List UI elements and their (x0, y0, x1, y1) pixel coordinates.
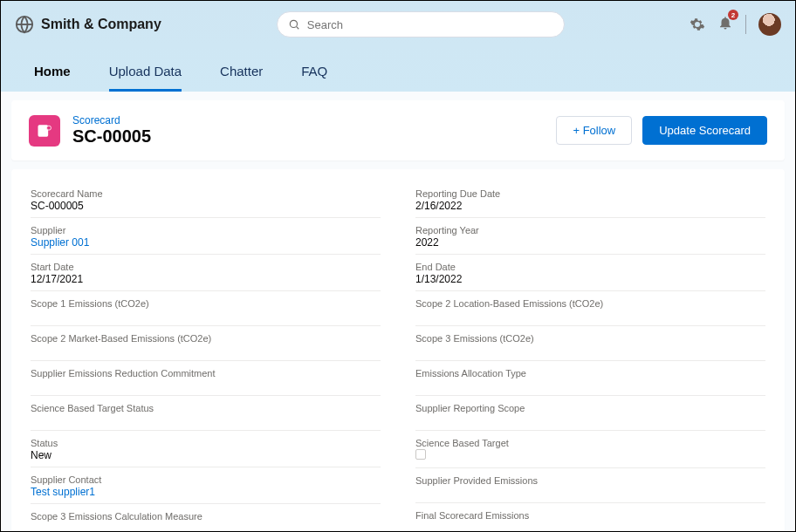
field-row[interactable]: End Date1/13/2022 (415, 258, 765, 291)
svg-point-5 (47, 126, 51, 130)
field-label: Science Based Target (415, 438, 765, 448)
field-label: Scope 2 Market-Based Emissions (tCO2e) (31, 333, 381, 344)
field-label: Status (31, 438, 381, 448)
nav-faq[interactable]: FAQ (301, 64, 327, 92)
nav-upload-data[interactable]: Upload Data (109, 64, 182, 92)
field-row[interactable]: Scorecard NameSC-000005 (31, 185, 381, 218)
search-wrap (277, 11, 565, 38)
field-label: Start Date (31, 262, 381, 272)
field-value: SC-000005 (31, 200, 381, 212)
record-actions: + Follow Update Scorecard (556, 116, 767, 145)
field-row[interactable]: Start Date12/17/2021 (31, 258, 381, 291)
follow-button[interactable]: + Follow (556, 116, 632, 145)
field-row[interactable]: Reporting Due Date2/16/2022 (415, 185, 765, 218)
page-content: Scorecard SC-00005 + Follow Update Score… (1, 92, 795, 532)
field-label: Reporting Year (415, 225, 765, 235)
field-value: 1/13/2022 (415, 273, 765, 285)
topbar: Smith & Company 2 (1, 1, 795, 38)
field-row[interactable]: StatusNew (31, 434, 381, 467)
field-label: Science Based Target Status (31, 403, 381, 413)
field-value (415, 414, 765, 425)
primary-nav: Home Upload Data Chatter FAQ (1, 38, 795, 92)
user-avatar[interactable] (758, 13, 781, 36)
field-label: Supplier (31, 225, 381, 235)
field-value (31, 522, 381, 532)
field-row[interactable]: Scope 2 Market-Based Emissions (tCO2e) (31, 330, 381, 361)
header-utilities: 2 (690, 13, 781, 36)
field-row[interactable]: Supplier Reporting Scope (415, 399, 765, 431)
record-header: Scorecard SC-00005 + Follow Update Score… (11, 100, 785, 160)
field-label: Scope 1 Emissions (tCO2e) (31, 298, 381, 309)
field-label: Reporting Due Date (415, 188, 765, 199)
field-row[interactable]: Scope 3 Emissions Calculation Measure (31, 508, 381, 532)
field-row[interactable]: Scope 2 Location-Based Emissions (tCO2e) (415, 295, 765, 326)
field-row[interactable]: Supplier Provided Emissions (415, 472, 765, 503)
notification-badge: 2 (728, 10, 738, 20)
field-value (415, 449, 765, 462)
field-label: Supplier Reporting Scope (415, 403, 765, 413)
field-value (415, 487, 765, 497)
field-label: Scope 3 Emissions (tCO2e) (415, 333, 765, 344)
field-value (415, 310, 765, 320)
field-value: 12/17/2021 (31, 273, 381, 285)
record-name: SC-00005 (72, 126, 151, 147)
field-row[interactable]: Emissions Allocation Type (415, 365, 765, 396)
field-value: 2022 (415, 236, 765, 249)
field-label: End Date (415, 262, 765, 272)
global-header: Smith & Company 2 (1, 1, 795, 92)
search-input[interactable] (307, 18, 553, 31)
field-row[interactable]: Scope 3 Emissions (tCO2e) (415, 330, 765, 361)
field-label: Supplier Provided Emissions (415, 475, 765, 486)
field-row[interactable]: Supplier ContactTest supplier1 (31, 471, 381, 504)
global-search[interactable] (277, 11, 565, 38)
nav-chatter[interactable]: Chatter (220, 64, 263, 92)
scorecard-object-icon (29, 115, 60, 147)
checkbox-unchecked (415, 449, 426, 460)
setup-gear-icon[interactable] (690, 17, 705, 32)
field-label: Supplier Contact (31, 474, 381, 485)
field-value[interactable]: Test supplier1 (31, 486, 381, 498)
detail-col-left: Scorecard NameSC-000005SupplierSupplier … (31, 185, 381, 532)
object-label[interactable]: Scorecard (72, 114, 151, 126)
field-row[interactable]: Final Scorecard Emissions (415, 507, 765, 532)
svg-line-3 (297, 27, 299, 30)
field-label: Scorecard Name (31, 188, 381, 199)
field-row[interactable]: Supplier Emissions Reduction Commitment (31, 365, 381, 396)
field-value (415, 344, 765, 355)
svg-point-2 (290, 20, 297, 27)
field-value (31, 379, 381, 390)
field-row[interactable]: Scope 1 Emissions (tCO2e) (31, 295, 381, 326)
notifications-button[interactable]: 2 (717, 15, 733, 34)
header-divider (745, 15, 746, 34)
globe-icon (15, 15, 34, 34)
field-row[interactable]: Science Based Target Status (31, 399, 381, 431)
detail-col-right: Reporting Due Date2/16/2022Reporting Yea… (415, 185, 765, 532)
field-value (31, 344, 381, 355)
field-value (31, 310, 381, 320)
field-row[interactable]: Science Based Target (415, 434, 765, 468)
field-label: Scope 3 Emissions Calculation Measure (31, 511, 381, 522)
brand-name: Smith & Company (41, 17, 161, 32)
field-row[interactable]: SupplierSupplier 001 (31, 222, 381, 255)
field-label: Scope 2 Location-Based Emissions (tCO2e) (415, 298, 765, 309)
field-value: 2/16/2022 (415, 200, 765, 212)
detail-panel: Scorecard NameSC-000005SupplierSupplier … (11, 169, 785, 532)
field-label: Emissions Allocation Type (415, 368, 765, 379)
field-value (415, 522, 765, 532)
field-row[interactable]: Reporting Year2022 (415, 222, 765, 255)
brand[interactable]: Smith & Company (15, 15, 161, 34)
search-icon (288, 18, 300, 31)
update-scorecard-button[interactable]: Update Scorecard (642, 116, 767, 145)
field-label: Supplier Emissions Reduction Commitment (31, 368, 381, 379)
field-value: New (31, 449, 381, 461)
field-value (415, 379, 765, 390)
field-label: Final Scorecard Emissions (415, 510, 765, 521)
nav-home[interactable]: Home (34, 64, 71, 92)
field-value[interactable]: Supplier 001 (31, 236, 381, 249)
field-value (31, 414, 381, 425)
